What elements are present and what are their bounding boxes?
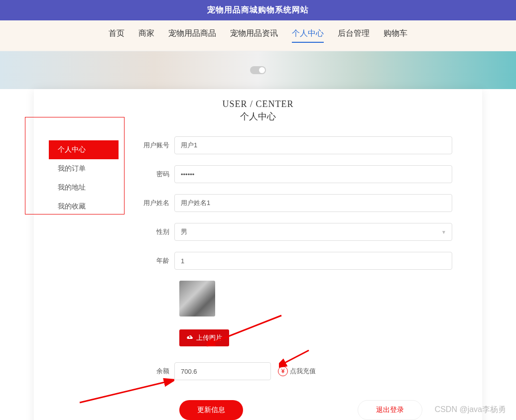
nav-products[interactable]: 宠物用品商品 bbox=[168, 28, 216, 43]
gender-select[interactable] bbox=[174, 223, 452, 241]
recharge-link[interactable]: 点我充值 bbox=[290, 367, 316, 376]
name-field[interactable] bbox=[174, 194, 452, 212]
label-gender: 性别 bbox=[138, 227, 174, 236]
top-banner: 宠物用品商城购物系统网站 bbox=[0, 0, 516, 20]
watermark: CSDN @java李杨勇 bbox=[435, 405, 506, 415]
balance-field[interactable] bbox=[174, 362, 271, 380]
cloud-upload-icon bbox=[186, 334, 193, 342]
main-nav: 首页 商家 宠物用品商品 宠物用品资讯 个人中心 后台管理 购物车 bbox=[0, 20, 516, 51]
title-en: USER / CENTER bbox=[34, 99, 482, 109]
logout-button[interactable]: 退出登录 bbox=[358, 400, 422, 420]
nav-user-center[interactable]: 个人中心 bbox=[292, 28, 324, 43]
label-balance: 余额 bbox=[138, 367, 174, 376]
update-button[interactable]: 更新信息 bbox=[179, 400, 243, 420]
profile-form: 用户账号 密码 用户姓名 性别 ▼ bbox=[138, 136, 472, 420]
label-account: 用户账号 bbox=[138, 141, 174, 150]
annotation-box bbox=[25, 117, 125, 214]
hero-banner bbox=[0, 51, 516, 89]
avatar-image bbox=[179, 281, 215, 316]
label-name: 用户姓名 bbox=[138, 199, 174, 208]
nav-cart[interactable]: 购物车 bbox=[384, 28, 407, 43]
upload-label: 上传图片 bbox=[196, 333, 222, 342]
password-field[interactable] bbox=[174, 165, 452, 183]
age-field[interactable] bbox=[174, 252, 452, 270]
account-field[interactable] bbox=[174, 136, 452, 154]
label-password: 密码 bbox=[138, 170, 174, 179]
nav-news[interactable]: 宠物用品资讯 bbox=[230, 28, 278, 43]
site-title: 宠物用品商城购物系统网站 bbox=[207, 5, 309, 14]
banner-toggle[interactable] bbox=[250, 66, 266, 74]
chevron-down-icon: ▼ bbox=[441, 229, 446, 235]
yen-icon: ¥ bbox=[278, 366, 288, 376]
nav-admin[interactable]: 后台管理 bbox=[338, 28, 370, 43]
nav-merchant[interactable]: 商家 bbox=[138, 28, 154, 43]
label-age: 年龄 bbox=[138, 256, 174, 265]
nav-home[interactable]: 首页 bbox=[109, 28, 125, 43]
upload-button[interactable]: 上传图片 bbox=[179, 329, 229, 346]
